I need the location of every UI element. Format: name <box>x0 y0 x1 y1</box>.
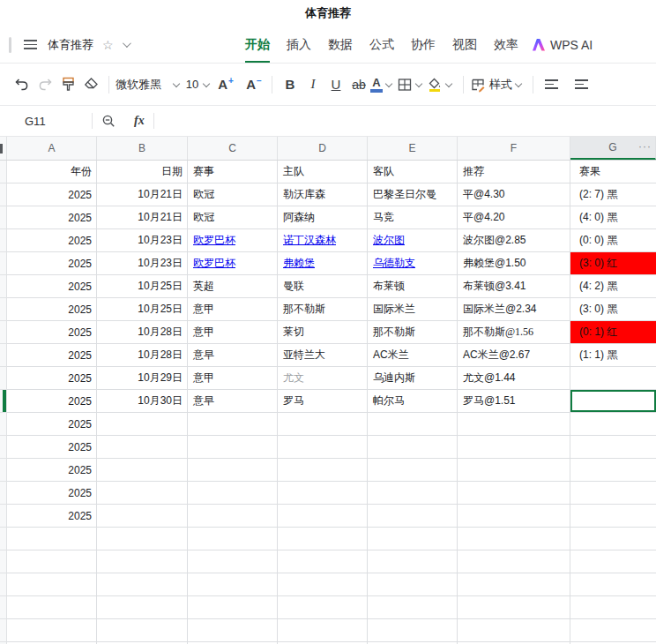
row-header[interactable] <box>0 390 7 413</box>
cell[interactable]: 阿森纳 <box>278 206 368 229</box>
cell[interactable] <box>458 550 570 573</box>
cell[interactable] <box>570 367 656 390</box>
cell[interactable]: 欧罗巴杯 <box>188 252 278 275</box>
cell[interactable]: 赛事 <box>188 161 278 183</box>
cell[interactable] <box>278 528 368 550</box>
cell[interactable] <box>570 619 656 642</box>
eraser-button[interactable] <box>79 71 102 98</box>
cell[interactable] <box>97 482 188 505</box>
cell[interactable]: 推荐 <box>458 161 570 183</box>
cell[interactable]: 日期 <box>97 161 188 183</box>
cell[interactable]: 尤文 <box>278 367 368 390</box>
cell[interactable] <box>458 573 570 596</box>
cell[interactable]: 巴黎圣日尔曼 <box>368 183 458 206</box>
cell[interactable] <box>188 596 278 619</box>
cell[interactable]: 乌德勒支 <box>368 252 458 275</box>
row-header[interactable] <box>0 161 7 183</box>
bold-button[interactable]: B <box>279 71 302 98</box>
cell[interactable] <box>188 619 278 642</box>
column-header-D[interactable]: D <box>278 137 368 160</box>
row-header[interactable] <box>0 229 7 252</box>
cell[interactable] <box>97 528 188 550</box>
cell[interactable] <box>570 550 656 573</box>
row-header[interactable] <box>0 459 7 482</box>
cell-style-button[interactable]: 样式 <box>470 71 526 98</box>
cell[interactable]: 意甲 <box>188 298 278 321</box>
insert-function-fx-button[interactable]: fx <box>134 114 145 128</box>
row-header[interactable] <box>0 528 7 550</box>
cell[interactable] <box>278 459 368 482</box>
cell[interactable]: AC米兰 <box>368 344 458 367</box>
cell[interactable]: (3: 0) 黑 <box>570 298 656 321</box>
row-header[interactable] <box>0 206 7 229</box>
cell[interactable] <box>368 596 458 619</box>
cell[interactable]: 英超 <box>188 275 278 298</box>
cell[interactable] <box>570 459 656 482</box>
cell[interactable] <box>368 573 458 596</box>
cell[interactable]: 10月23日 <box>97 229 188 252</box>
italic-button[interactable]: I <box>302 71 324 98</box>
cell[interactable] <box>570 528 656 550</box>
row-header[interactable] <box>0 436 7 459</box>
cell[interactable] <box>97 413 188 436</box>
cell[interactable]: 2025 <box>7 275 97 298</box>
cell[interactable]: 10月28日 <box>97 344 188 367</box>
cell[interactable]: 那不勒斯 <box>368 321 458 344</box>
cell[interactable]: 2025 <box>7 367 97 390</box>
increase-font-button[interactable]: A+ <box>214 71 237 98</box>
cell[interactable]: 客队 <box>368 161 458 183</box>
cell[interactable]: 那不勒斯@1.56 <box>458 321 570 344</box>
cell[interactable] <box>7 573 97 596</box>
cell[interactable]: 意甲 <box>188 367 278 390</box>
cell[interactable] <box>570 596 656 619</box>
undo-button[interactable] <box>11 71 34 98</box>
cell[interactable] <box>458 413 570 436</box>
formula-input[interactable] <box>154 106 656 136</box>
cell[interactable] <box>570 505 656 528</box>
cell[interactable]: 2025 <box>7 252 97 275</box>
cell[interactable] <box>188 550 278 573</box>
decrease-font-button[interactable]: A− <box>242 71 265 98</box>
cell[interactable]: 2025 <box>7 321 97 344</box>
row-header[interactable] <box>0 298 7 321</box>
cell[interactable] <box>97 436 188 459</box>
cell[interactable] <box>278 550 368 573</box>
tab-4[interactable]: 协作 <box>411 26 436 63</box>
column-header-B[interactable]: B <box>97 137 188 160</box>
cell[interactable] <box>368 482 458 505</box>
cell[interactable]: 欧冠 <box>188 183 278 206</box>
cell[interactable]: 波尔图 <box>368 229 458 252</box>
cell[interactable] <box>458 436 570 459</box>
borders-button[interactable] <box>397 71 427 98</box>
cell[interactable]: (0: 1) 红 <box>570 321 656 344</box>
redo-button[interactable] <box>34 71 56 98</box>
cell[interactable] <box>570 436 656 459</box>
cell[interactable] <box>278 413 368 436</box>
cell[interactable]: (3: 0) 红 <box>570 252 656 275</box>
cell[interactable] <box>458 459 570 482</box>
row-header[interactable] <box>0 252 7 275</box>
row-header[interactable] <box>0 367 7 390</box>
cell[interactable] <box>458 505 570 528</box>
cell[interactable]: 2025 <box>7 482 97 505</box>
cell[interactable] <box>278 596 368 619</box>
tab-5[interactable]: 视图 <box>452 26 477 63</box>
cell[interactable] <box>368 505 458 528</box>
cell[interactable] <box>458 482 570 505</box>
cell[interactable]: AC米兰@2.67 <box>458 344 570 367</box>
favorite-star-icon[interactable]: ☆ <box>102 38 114 52</box>
cell[interactable]: 马竞 <box>368 206 458 229</box>
tab-3[interactable]: 公式 <box>369 26 394 63</box>
tab-0[interactable]: 开始 <box>245 26 270 63</box>
cell[interactable] <box>458 619 570 642</box>
cell[interactable]: 曼联 <box>278 275 368 298</box>
cell[interactable] <box>570 390 656 413</box>
cell[interactable]: 意早 <box>188 344 278 367</box>
font-size-select[interactable]: 10 <box>184 71 214 98</box>
cell[interactable] <box>97 596 188 619</box>
cell[interactable]: 罗马 <box>278 390 368 413</box>
cell[interactable]: 莱切 <box>278 321 368 344</box>
cell[interactable] <box>368 619 458 642</box>
cell[interactable] <box>97 619 188 642</box>
cell[interactable] <box>278 505 368 528</box>
